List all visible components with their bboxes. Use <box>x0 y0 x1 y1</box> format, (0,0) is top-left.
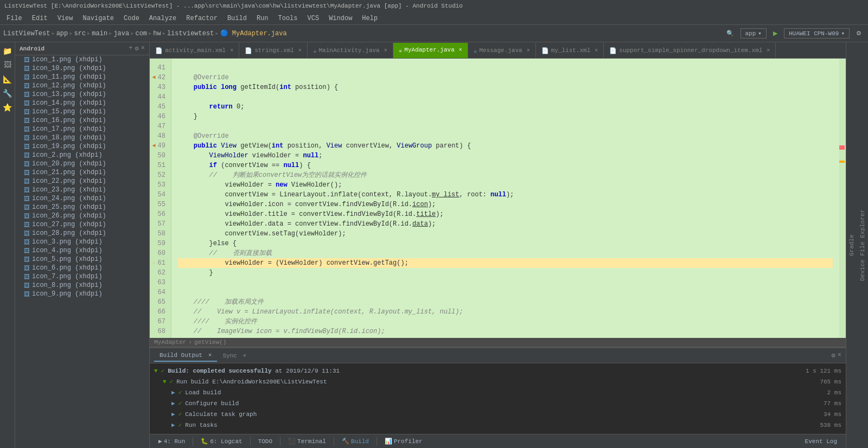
tab-mainactivity[interactable]: ☕ MainActivity.java × <box>308 43 393 58</box>
logcat-icon: 🐛 <box>201 438 208 445</box>
project-icon[interactable]: 📁 <box>1 44 14 57</box>
tree-item-icon22[interactable]: 🖼icon_22.png (xhdpi) <box>15 177 149 185</box>
tab-activity-main[interactable]: 📄 activity_main.xml × <box>150 43 239 58</box>
menu-view[interactable]: View <box>53 14 78 23</box>
breadcrumb-listviewtest[interactable]: ListViewTest <box>3 30 50 37</box>
breadcrumb-method[interactable]: getView() <box>194 339 226 345</box>
tab-build-output[interactable]: Build Output × <box>154 350 217 362</box>
tab-message[interactable]: ☕ Message.java × <box>468 43 536 58</box>
code-content[interactable]: @Override public long getItemId(int posi… <box>171 59 839 338</box>
menu-run[interactable]: Run <box>252 14 273 23</box>
favorites-icon[interactable]: ⭐ <box>1 101 14 114</box>
breadcrumb-main[interactable]: main <box>92 30 107 37</box>
menu-refactor[interactable]: Refactor <box>182 14 222 23</box>
layout-captures-icon[interactable]: 📐 <box>1 73 14 86</box>
tab-my-list[interactable]: 📄 my_list.xml × <box>536 43 604 58</box>
event-log-btn[interactable]: Event Log <box>801 437 841 446</box>
menu-tools[interactable]: Tools <box>274 14 302 23</box>
close-icon[interactable]: × <box>767 48 770 54</box>
tree-item-icon25[interactable]: 🖼icon_25.png (xhdpi) <box>15 203 149 212</box>
panel-settings-icon[interactable]: ⚙ <box>135 44 139 53</box>
tree-item-icon6[interactable]: 🖼icon_6.png (xhdpi) <box>15 264 149 272</box>
breadcrumb-hw[interactable]: hw <box>153 30 161 37</box>
tree-item-icon17[interactable]: 🖼icon_17.png (xhdpi) <box>15 125 149 133</box>
structure-icon[interactable]: 🔧 <box>1 87 14 100</box>
close-build-tab[interactable]: × <box>208 352 212 359</box>
device-selector[interactable]: HUAWEI CPN-W09 ▾ <box>784 28 850 39</box>
config-selector[interactable]: app ▾ <box>741 28 767 39</box>
panel-add-icon[interactable]: + <box>129 44 132 53</box>
tree-item-icon27[interactable]: 🖼icon_27.png (xhdpi) <box>15 220 149 229</box>
close-icon[interactable]: × <box>230 48 233 54</box>
search-button[interactable]: 🔍 <box>723 28 737 39</box>
tree-item-icon20[interactable]: 🖼icon_20.png (xhdpi) <box>15 159 149 168</box>
close-icon[interactable]: × <box>384 48 387 54</box>
device-file-tab[interactable]: Device File Explorer <box>857 42 868 448</box>
tree-item-icon9[interactable]: 🖼icon_9.png (xhdpi) <box>15 290 149 298</box>
menu-edit[interactable]: Edit <box>28 14 52 23</box>
tree-item-icon12[interactable]: 🖼icon_12.png (xhdpi) <box>15 81 149 90</box>
menu-navigate[interactable]: Navigate <box>78 14 118 23</box>
run-button[interactable]: ▶ <box>770 28 781 39</box>
profiler-tool-btn[interactable]: 📊 Profiler <box>380 437 427 446</box>
breadcrumb-myadapter[interactable]: 🔵 MyAdapter.java <box>220 29 287 37</box>
logcat-tool-btn[interactable]: 🐛 6: Logcat <box>196 437 246 446</box>
tab-sync[interactable]: Sync × <box>217 350 252 361</box>
tree-item-icon14[interactable]: 🖼icon_14.png (xhdpi) <box>15 99 149 107</box>
settings-button[interactable]: ⚙ <box>853 28 865 39</box>
menu-file[interactable]: File <box>2 14 27 23</box>
menu-window[interactable]: Window <box>324 14 356 23</box>
tree-item-icon10[interactable]: 🖼icon_10.png (xhdpi) <box>15 64 149 73</box>
tree-item-icon3[interactable]: 🖼icon_3.png (xhdpi) <box>15 238 149 246</box>
breadcrumb-listviewtest2[interactable]: listviewtest <box>167 30 214 37</box>
terminal-tool-btn[interactable]: ⬛ Terminal <box>284 437 330 446</box>
tree-item-icon1[interactable]: 🖼icon_1.png (xhdpi) <box>15 55 149 64</box>
build-tool-btn[interactable]: 🔨 Build <box>337 437 373 446</box>
gradle-tab[interactable]: Gradle <box>846 42 857 448</box>
breadcrumb-src[interactable]: src <box>74 30 86 37</box>
build-line-5: ▶ ✓ Calculate task graph 34 ms <box>154 409 841 420</box>
build-settings-icon[interactable]: ⚙ <box>832 351 835 360</box>
menu-analyze[interactable]: Analyze <box>145 14 181 23</box>
tree-item-icon21[interactable]: 🖼icon_21.png (xhdpi) <box>15 168 149 177</box>
close-sync-tab[interactable]: × <box>242 353 246 359</box>
tree-item-icon16[interactable]: 🖼icon_16.png (xhdpi) <box>15 116 149 125</box>
tree-item-icon8[interactable]: 🖼icon_8.png (xhdpi) <box>15 281 149 290</box>
menu-build[interactable]: Build <box>223 14 251 23</box>
tree-item-icon4[interactable]: 🖼icon_4.png (xhdpi) <box>15 246 149 255</box>
menu-vcs[interactable]: VCS <box>303 14 324 23</box>
run-tool-btn[interactable]: ▶ 4: Run <box>154 437 189 446</box>
tree-item-icon13[interactable]: 🖼icon_13.png (xhdpi) <box>15 90 149 99</box>
panel-close-icon[interactable]: × <box>141 44 145 53</box>
tree-item-icon28[interactable]: 🖼icon_28.png (xhdpi) <box>15 229 149 238</box>
close-icon[interactable]: × <box>527 48 530 54</box>
tree-item-icon5[interactable]: 🖼icon_5.png (xhdpi) <box>15 255 149 264</box>
breadcrumb-app[interactable]: app <box>56 30 68 37</box>
file-icon: 🖼 <box>24 187 30 194</box>
menu-code[interactable]: Code <box>119 14 144 23</box>
breadcrumb-java[interactable]: java <box>113 30 129 37</box>
tree-item-icon2[interactable]: 🖼icon_2.png (xhdpi) <box>15 151 149 159</box>
tree-item-icon15[interactable]: 🖼icon_15.png (xhdpi) <box>15 107 149 116</box>
breadcrumb-com[interactable]: com <box>135 30 147 37</box>
todo-tool-btn[interactable]: TODO <box>254 437 277 446</box>
close-icon[interactable]: × <box>459 47 462 53</box>
tab-myadapter[interactable]: ☕ MyAdapter.java × <box>393 43 468 58</box>
tree-item-icon11[interactable]: 🖼icon_11.png (xhdpi) <box>15 73 149 81</box>
tab-strings[interactable]: 📄 strings.xml × <box>239 43 308 58</box>
tree-item-icon23[interactable]: 🖼icon_23.png (xhdpi) <box>15 185 149 194</box>
tree-item-icon24[interactable]: 🖼icon_24.png (xhdpi) <box>15 194 149 203</box>
line-num-62: 62 <box>152 268 169 278</box>
breadcrumb-class[interactable]: MyAdapter <box>154 339 186 345</box>
build-close-icon[interactable]: × <box>838 351 841 360</box>
tab-support-spinner[interactable]: 📄 support_simple_spinner_dropdown_item.x… <box>604 43 776 58</box>
close-icon[interactable]: × <box>595 48 598 54</box>
code-editor[interactable]: 41 ◀42 43 44 45 46 47 48 ◀49 50 51 52 53… <box>150 59 846 338</box>
tree-item-icon18[interactable]: 🖼icon_18.png (xhdpi) <box>15 133 149 142</box>
menu-help[interactable]: Help <box>358 14 382 23</box>
close-icon[interactable]: × <box>298 48 302 54</box>
tree-item-icon7[interactable]: 🖼icon_7.png (xhdpi) <box>15 272 149 281</box>
tree-item-icon19[interactable]: 🖼icon_19.png (xhdpi) <box>15 142 149 151</box>
tree-item-icon26[interactable]: 🖼icon_26.png (xhdpi) <box>15 212 149 220</box>
resource-manager-icon[interactable]: 🖼 <box>1 59 14 72</box>
